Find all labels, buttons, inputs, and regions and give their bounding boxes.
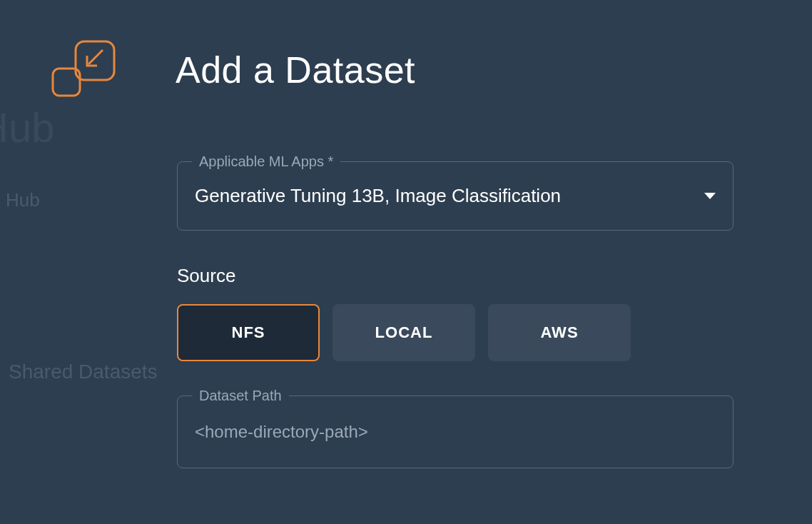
dataset-path-placeholder: <home-directory-path>	[195, 422, 368, 441]
page-title: Add a Dataset	[176, 49, 415, 91]
ml-apps-field: Applicable ML Apps * Generative Tuning 1…	[177, 161, 734, 231]
source-button-nfs[interactable]: NFS	[177, 304, 320, 361]
source-section: Source NFS LOCAL AWS	[177, 265, 734, 361]
chevron-down-icon	[704, 193, 716, 199]
source-button-local[interactable]: LOCAL	[333, 304, 475, 361]
source-label: Source	[177, 265, 734, 287]
ml-apps-select[interactable]: Applicable ML Apps * Generative Tuning 1…	[177, 161, 734, 231]
dataset-path-field: Dataset Path <home-directory-path>	[177, 395, 734, 468]
svg-line-2	[88, 50, 103, 64]
dataset-path-label: Dataset Path	[192, 388, 289, 404]
dataset-path-input[interactable]: Dataset Path <home-directory-path>	[177, 395, 734, 468]
page-header: Add a Dataset	[0, 0, 812, 106]
background-shared-datasets: Shared Datasets	[9, 361, 158, 383]
svg-rect-0	[76, 41, 114, 80]
ml-apps-value: Generative Tuning 13B, Image Classificat…	[195, 185, 561, 207]
background-hub-small: Hub	[6, 189, 40, 211]
background-hub-large: Hub	[0, 104, 54, 151]
ml-apps-label: Applicable ML Apps *	[192, 153, 340, 170]
form-content: Applicable ML Apps * Generative Tuning 1…	[0, 106, 812, 468]
source-button-aws[interactable]: AWS	[488, 304, 631, 361]
dataset-logo-icon	[49, 34, 120, 106]
source-button-group: NFS LOCAL AWS	[177, 304, 734, 361]
